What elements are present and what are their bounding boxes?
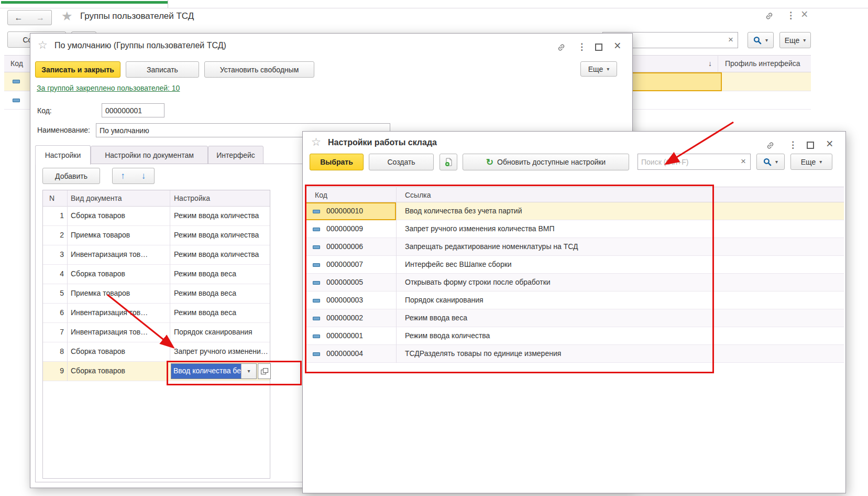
- settings-window-title: Настройки работы склада: [328, 138, 437, 147]
- copy-item-button[interactable]: [440, 154, 457, 170]
- main-search-clear-icon[interactable]: ×: [728, 35, 733, 45]
- get-link-icon[interactable]: [557, 43, 566, 53]
- catalog-item-icon: [313, 317, 320, 320]
- forward-button[interactable]: →: [29, 10, 52, 25]
- table-row[interactable]: 4 Сборка товаров Режим ввода веса: [43, 265, 270, 284]
- cell-ref: Режим ввода веса: [405, 314, 467, 322]
- get-link-icon[interactable]: [765, 12, 774, 21]
- main-search-button[interactable]: ▾: [748, 32, 774, 48]
- refresh-settings-button[interactable]: ↻ Обновить доступные настройки: [463, 154, 629, 170]
- maximize-icon[interactable]: [595, 44, 602, 52]
- move-down-button[interactable]: ↓: [133, 168, 155, 184]
- select-button[interactable]: Выбрать: [310, 154, 364, 170]
- save-button[interactable]: Записать: [126, 61, 199, 78]
- cell-n: 4: [43, 269, 64, 278]
- more-caret-icon: ▾: [819, 159, 822, 165]
- catalog-item-icon: [13, 99, 20, 102]
- settings-list-header[interactable]: Код Ссылка: [305, 187, 844, 202]
- back-arrow-icon: ←: [15, 13, 23, 23]
- refresh-label: Обновить доступные настройки: [497, 158, 606, 166]
- search-clear-icon[interactable]: ×: [741, 156, 746, 167]
- cell-doc: Инвентаризация тов…: [71, 328, 148, 336]
- kebab-menu-icon[interactable]: ⋮: [786, 11, 795, 20]
- code-field[interactable]: 000000001: [102, 103, 164, 117]
- cell-code: 000000009: [326, 224, 363, 233]
- get-link-icon[interactable]: [766, 141, 775, 151]
- add-row-label: Добавить: [55, 172, 87, 180]
- group-window-title: По умолчанию (Группы пользователей ТСД): [54, 41, 226, 50]
- settings-row[interactable]: 000000002 Режим ввода веса: [305, 309, 844, 327]
- tab-settings-by-documents[interactable]: Настройки по документам: [91, 146, 208, 164]
- table-row[interactable]: 2 Приемка товаров Режим ввода количества: [43, 226, 270, 245]
- table-row[interactable]: 5 Приемка товаров Режим ввода веса: [43, 284, 270, 304]
- cell-n: 5: [43, 289, 64, 297]
- settings-row[interactable]: 000000009 Запрет ручного изменения колич…: [305, 220, 844, 238]
- move-down-icon: ↓: [141, 171, 146, 181]
- window-star-icon[interactable]: ☆: [311, 136, 321, 147]
- settings-more-button[interactable]: Еще ▾: [790, 154, 832, 170]
- cell-setting: Режим ввода количества: [174, 211, 259, 220]
- settings-row[interactable]: 000000004 ТСДРазделять товары по единице…: [305, 345, 844, 363]
- table-row-editing[interactable]: 9 Сборка товаров Ввод количества без ▾: [43, 362, 270, 381]
- settings-row[interactable]: 000000001 Режим ввода количества: [305, 327, 844, 345]
- cell-setting: Режим ввода веса: [174, 289, 236, 297]
- table-row[interactable]: 1 Сборка товаров Режим ввода количества: [43, 207, 270, 226]
- cell-ref: Ввод количества без учета партий: [405, 207, 522, 215]
- cell-n: 9: [43, 366, 64, 375]
- table-row[interactable]: 7 Инвентаризация тов… Порядок сканирован…: [43, 323, 270, 342]
- kebab-menu-icon[interactable]: ⋮: [788, 141, 797, 149]
- back-button[interactable]: ←: [7, 10, 30, 25]
- add-row-button[interactable]: Добавить: [42, 168, 100, 184]
- table-row[interactable]: 8 Сборка товаров Запрет ручного изменени…: [43, 342, 270, 362]
- col-setting: Настройка: [174, 194, 210, 202]
- group-settings-table: N Вид документа Настройка 1 Сборка товар…: [42, 190, 270, 479]
- cell-setting: Режим ввода веса: [174, 308, 236, 317]
- maximize-icon[interactable]: [807, 142, 814, 150]
- create-button[interactable]: Создать: [369, 154, 434, 170]
- settings-row-selected[interactable]: 000000010 Ввод количества без учета парт…: [305, 202, 844, 220]
- table-row[interactable]: 3 Инвентаризация тов… Режим ввода количе…: [43, 245, 270, 265]
- move-up-icon: ↑: [120, 171, 125, 181]
- table-row[interactable]: 6 Инвентаризация тов… Режим ввода веса: [43, 304, 270, 323]
- settings-row[interactable]: 000000003 Порядок сканирования: [305, 292, 844, 309]
- settings-search-input[interactable]: Поиск (Ctrl+F) ×: [638, 154, 751, 170]
- cell-ref: Интерфейс вес ВШапке сборки: [405, 260, 512, 268]
- settings-row[interactable]: 000000005 Открывать форму строки после о…: [305, 274, 844, 292]
- settings-search-button[interactable]: ▾: [756, 154, 785, 170]
- cell-code: 000000006: [326, 242, 363, 251]
- maximize-box: [595, 44, 602, 51]
- save-and-close-button[interactable]: Записать и закрыть: [35, 61, 120, 78]
- favorite-star-icon[interactable]: ★: [61, 10, 73, 23]
- catalog-item-icon: [313, 228, 320, 231]
- close-window-icon[interactable]: ×: [614, 40, 621, 52]
- code-field-label: Код:: [37, 106, 52, 115]
- settings-row[interactable]: 000000007 Интерфейс вес ВШапке сборки: [305, 256, 844, 274]
- close-window-icon[interactable]: ×: [826, 138, 833, 150]
- main-more-label: Еще: [785, 36, 800, 45]
- cell-setting: Режим ввода количества: [174, 231, 259, 239]
- group-more-button[interactable]: Еще ▾: [580, 61, 617, 77]
- main-col-code: Код: [10, 59, 23, 68]
- tab-separator: [168, 0, 168, 8]
- search-caret-icon: ▾: [765, 38, 768, 43]
- tab-settings[interactable]: Настройки: [35, 145, 91, 165]
- kebab-menu-icon[interactable]: ⋮: [577, 42, 586, 51]
- settings-row[interactable]: 000000006 Запрещать редактирование номен…: [305, 238, 844, 256]
- set-free-button[interactable]: Установить свободным: [204, 61, 314, 78]
- setting-edit-value[interactable]: Ввод количества без: [171, 364, 241, 379]
- cell-n: 6: [43, 308, 64, 317]
- group-table-header[interactable]: N Вид документа Настройка: [43, 190, 270, 207]
- close-page-icon[interactable]: ×: [801, 8, 808, 20]
- cell-doc: Сборка товаров: [71, 269, 125, 278]
- col-n: N: [49, 194, 54, 202]
- open-value-button[interactable]: [258, 363, 271, 379]
- cell-code: 000000003: [326, 296, 363, 304]
- main-more-button[interactable]: Еще ▾: [779, 32, 811, 48]
- cell-n: 7: [43, 328, 64, 336]
- window-star-icon[interactable]: ☆: [38, 39, 48, 50]
- move-up-button[interactable]: ↑: [112, 168, 134, 184]
- combo-dropdown-button[interactable]: ▾: [241, 364, 256, 379]
- setting-edit-combo[interactable]: Ввод количества без ▾: [171, 363, 257, 379]
- assigned-users-link[interactable]: За группой закреплено пользователей: 10: [37, 84, 180, 92]
- tab-interface[interactable]: Интерфейс: [208, 146, 263, 164]
